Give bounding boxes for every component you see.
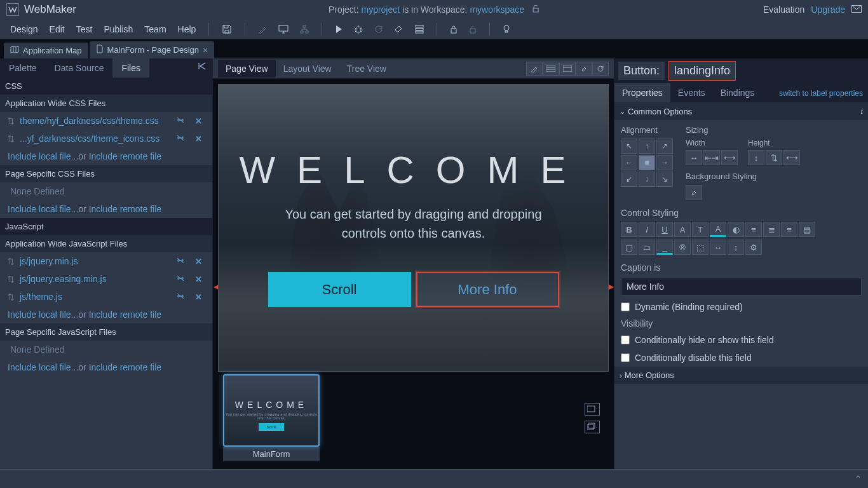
shadow-button[interactable]: ▭ <box>639 240 655 255</box>
underline-color-button[interactable]: _ <box>656 240 673 255</box>
width-auto-button[interactable]: ⇤⇥ <box>703 150 720 165</box>
align-center-button[interactable]: ≣ <box>763 222 780 237</box>
tab-bindings[interactable]: Bindings <box>713 83 763 102</box>
align-br-button[interactable]: ↘ <box>656 172 673 187</box>
file-link[interactable]: js/jquery.min.js <box>20 256 168 266</box>
expand-status-icon[interactable]: ⌃ <box>855 474 862 484</box>
refresh-icon[interactable] <box>370 22 387 36</box>
menu-help[interactable]: Help <box>174 22 200 37</box>
tab-palette[interactable]: Palette <box>0 58 46 78</box>
drag-handle-icon[interactable]: ⇅ <box>8 116 15 126</box>
close-icon[interactable]: × <box>203 46 208 55</box>
common-options-accordion[interactable]: ⌄ Common Options i <box>614 102 868 120</box>
tab-page-view[interactable]: Page View <box>218 60 276 78</box>
height-fixed-button[interactable]: ⟷ <box>783 150 800 165</box>
vspace-button[interactable]: ↕ <box>728 240 744 255</box>
lock-icon[interactable] <box>446 22 461 36</box>
brush-icon[interactable] <box>576 62 592 76</box>
underline-button[interactable]: U <box>656 222 673 237</box>
height-fill-button[interactable]: ↕ <box>748 150 764 165</box>
add-page-icon[interactable]: + <box>585 403 600 416</box>
tab-files[interactable]: Files <box>112 58 149 78</box>
collapse-left-icon[interactable] <box>192 58 212 78</box>
settings-button[interactable]: ⚙ <box>745 240 762 255</box>
unlink-icon[interactable] <box>173 116 187 126</box>
box-button[interactable]: ⬚ <box>692 240 709 255</box>
menu-edit[interactable]: Edit <box>46 22 69 37</box>
tab-mainform[interactable]: MainForm - Page Design × <box>90 41 215 58</box>
drag-handle-icon[interactable]: ⇅ <box>8 274 15 284</box>
tab-tree-view[interactable]: Tree View <box>339 60 394 78</box>
edit-canvas-icon[interactable] <box>526 62 543 76</box>
layout-header-icon[interactable] <box>559 62 576 76</box>
unlink-icon[interactable] <box>173 274 187 284</box>
font-button[interactable]: A <box>674 222 691 237</box>
text-color-button[interactable]: T <box>692 222 709 237</box>
hspace-button[interactable]: ↔ <box>710 240 726 255</box>
unlock2-icon[interactable] <box>465 22 480 36</box>
italic-button[interactable]: I <box>639 222 655 237</box>
layout-rows-icon[interactable] <box>543 62 559 76</box>
delete-icon[interactable]: ✕ <box>193 134 205 144</box>
align-bc-button[interactable]: ↓ <box>639 172 655 187</box>
align-bl-button[interactable]: ↙ <box>621 172 637 187</box>
cond-disable-checkbox[interactable] <box>621 353 630 362</box>
tab-properties[interactable]: Properties <box>614 83 670 102</box>
tab-events[interactable]: Events <box>670 83 713 102</box>
tab-application-map[interactable]: Application Map <box>4 43 88 58</box>
align-mc-button[interactable]: ■ <box>639 155 655 170</box>
align-mr-button[interactable]: → <box>656 155 673 170</box>
border-button[interactable]: ▢ <box>621 240 637 255</box>
thumbnail-mainform[interactable]: WELCOME You can get started by dragging … <box>223 374 320 461</box>
more-options-accordion[interactable]: › More Options <box>614 367 868 384</box>
unlock-icon[interactable] <box>532 4 539 15</box>
file-link[interactable]: theme/hyf_darkness/css/theme.css <box>20 116 168 126</box>
contrast-button[interactable]: ◐ <box>728 222 744 237</box>
highlight-button[interactable]: A <box>710 222 726 237</box>
delete-icon[interactable]: ✕ <box>193 116 205 126</box>
include-remote-link[interactable]: Include remote file <box>89 362 161 372</box>
more-info-button[interactable]: More Info <box>416 272 559 307</box>
delete-icon[interactable]: ✕ <box>193 257 205 266</box>
tab-data-source[interactable]: Data Source <box>46 58 113 78</box>
bg-brush-button[interactable] <box>686 185 702 200</box>
unlink-icon[interactable] <box>173 257 187 266</box>
file-link[interactable]: js/jquery.easing.min.js <box>20 274 168 284</box>
unlink-icon[interactable] <box>173 292 187 302</box>
play-icon[interactable] <box>331 22 346 36</box>
file-link[interactable]: js/theme.js <box>20 292 168 302</box>
design-canvas[interactable]: WELCOME You can get started by dragging … <box>218 84 609 372</box>
align-justify-button[interactable]: ▤ <box>799 222 815 237</box>
menu-design[interactable]: Design <box>6 22 42 37</box>
save-icon[interactable] <box>218 22 236 37</box>
sitemap-icon[interactable] <box>296 22 313 36</box>
menu-team[interactable]: Team <box>140 22 170 37</box>
eraser-icon[interactable] <box>391 23 407 36</box>
edit-icon[interactable] <box>254 22 271 36</box>
bug-icon[interactable] <box>350 22 367 36</box>
mail-icon[interactable] <box>851 4 862 15</box>
server-icon[interactable] <box>411 22 428 36</box>
element-name[interactable]: landingInfo <box>668 61 736 81</box>
caption-input[interactable] <box>621 278 862 295</box>
align-right-button[interactable]: ≡ <box>781 222 797 237</box>
align-tc-button[interactable]: ↑ <box>639 139 655 154</box>
align-tr-button[interactable]: ↗ <box>656 139 673 154</box>
include-remote-link[interactable]: Include remote file <box>89 309 161 320</box>
drag-handle-icon[interactable]: ⇅ <box>8 292 15 302</box>
include-local-link[interactable]: Include local file... <box>8 151 78 161</box>
delete-icon[interactable]: ✕ <box>193 292 205 302</box>
align-tl-button[interactable]: ↖ <box>621 139 637 154</box>
align-left-button[interactable]: ≡ <box>745 222 762 237</box>
scroll-button[interactable]: Scroll <box>268 272 411 307</box>
include-local-link[interactable]: Include local file... <box>8 204 78 214</box>
include-local-link[interactable]: Include local file... <box>8 309 78 320</box>
file-link[interactable]: ...yf_darkness/css/theme_icons.css <box>20 133 168 144</box>
info-icon[interactable]: i <box>860 106 863 116</box>
menu-publish[interactable]: Publish <box>100 22 137 37</box>
switch-to-label-link[interactable]: switch to label properties <box>779 89 863 98</box>
drag-handle-icon[interactable]: ⇅ <box>8 134 15 144</box>
workspace-name-link[interactable]: myworkspace <box>470 4 524 15</box>
monitor-icon[interactable] <box>275 22 292 36</box>
align-ml-button[interactable]: ← <box>621 155 637 170</box>
